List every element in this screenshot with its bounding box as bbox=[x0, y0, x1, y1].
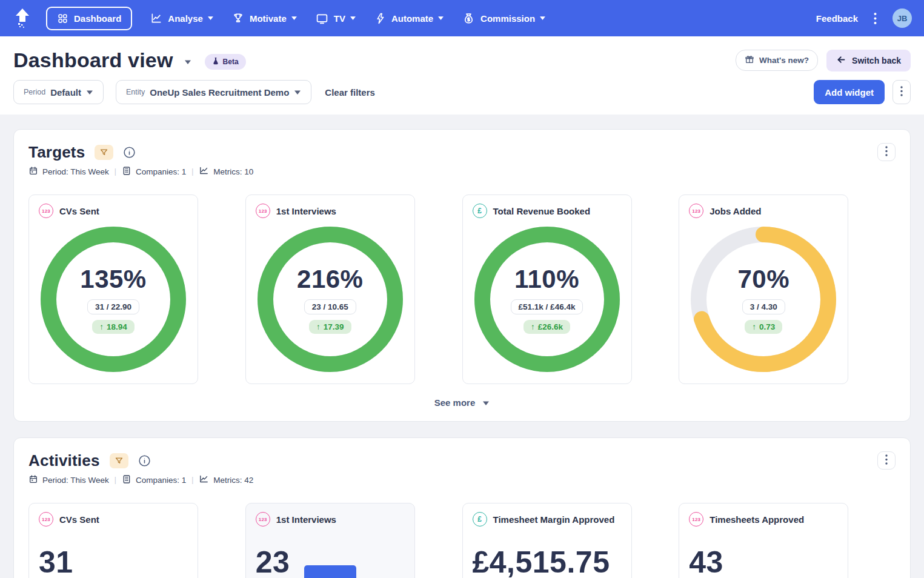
metric-card[interactable]: 123Timesheets Approved43 bbox=[679, 503, 848, 578]
see-more-toggle[interactable]: See more bbox=[28, 397, 896, 413]
trophy-icon bbox=[232, 12, 244, 24]
meta-separator: | bbox=[191, 476, 193, 484]
filter-bar: Period Default Entity OneUp Sales Recrui… bbox=[0, 72, 924, 115]
whats-new-button[interactable]: What's new? bbox=[736, 50, 818, 71]
nav-item-label: Motivate bbox=[250, 13, 287, 24]
metric-card[interactable]: £Timesheet Margin Approved£4,515.75 bbox=[462, 503, 632, 578]
chevron-down-icon bbox=[86, 88, 93, 97]
main-nav: DashboardAnalyseMotivateTVAutomateCommis… bbox=[46, 7, 546, 30]
switch-back-button[interactable]: Switch back bbox=[826, 50, 911, 71]
info-icon[interactable] bbox=[123, 146, 136, 159]
add-widget-button[interactable]: Add widget bbox=[814, 80, 885, 104]
metric-card-title: Jobs Added bbox=[710, 206, 761, 216]
chevron-down-icon bbox=[207, 16, 214, 21]
metric-card[interactable]: 123CVs Sent 135% 31 / 22.90 ↑18.94 bbox=[28, 194, 198, 384]
metric-card-title: 1st Interviews bbox=[276, 206, 336, 216]
nav-item-automate[interactable]: Automate bbox=[374, 13, 444, 24]
metric-card-title: CVs Sent bbox=[59, 206, 99, 216]
targets-cards: 123CVs Sent 135% 31 / 22.90 ↑18.94 1231s… bbox=[28, 194, 896, 384]
section-menu-button[interactable] bbox=[877, 143, 896, 161]
number-metric-icon: 123 bbox=[689, 204, 703, 218]
gauge-percent: 216% bbox=[297, 265, 363, 294]
metric-card[interactable]: 123CVs Sent31 bbox=[28, 503, 198, 578]
chart-bar bbox=[304, 565, 356, 578]
gift-icon bbox=[745, 55, 754, 66]
metric-card[interactable]: £Total Revenue Booked 110% £51.1k / £46.… bbox=[462, 194, 632, 384]
chevron-down-icon bbox=[291, 16, 297, 21]
section-meta: Period: This Week | Companies: 1 | Metri… bbox=[28, 165, 896, 178]
navbar-kebab-icon[interactable] bbox=[874, 12, 877, 25]
dashboard-options-button[interactable] bbox=[892, 80, 911, 104]
see-more-label: See more bbox=[434, 397, 476, 408]
metric-card[interactable]: 1231st Interviews23 bbox=[245, 503, 415, 578]
bolt-icon bbox=[374, 13, 386, 24]
meta-separator: | bbox=[191, 167, 193, 176]
nav-item-label: Commission bbox=[480, 13, 535, 24]
nav-item-dashboard[interactable]: Dashboard bbox=[46, 7, 132, 30]
gauge-delta-badge: ↑£26.6k bbox=[523, 320, 570, 334]
metric-card[interactable]: 1231st Interviews 216% 23 / 10.65 ↑17.39 bbox=[245, 194, 415, 384]
flask-icon bbox=[212, 57, 219, 67]
kebab-icon bbox=[900, 86, 903, 98]
beta-badge: Beta bbox=[205, 54, 246, 70]
calendar-icon bbox=[28, 166, 38, 178]
top-navbar: DashboardAnalyseMotivateTVAutomateCommis… bbox=[0, 0, 924, 36]
metric-value: 31 bbox=[39, 545, 188, 578]
meta-metrics: Metrics: 10 bbox=[213, 167, 253, 176]
up-arrow-icon: ↑ bbox=[752, 322, 756, 331]
number-metric-icon: 123 bbox=[256, 204, 270, 218]
beta-badge-label: Beta bbox=[223, 58, 239, 66]
chart-icon bbox=[199, 474, 209, 486]
dashboard-content: Targets Period: This Week | Companies: 1… bbox=[0, 115, 924, 578]
pound-icon: £ bbox=[473, 204, 487, 218]
nav-item-commission[interactable]: Commission bbox=[462, 12, 546, 25]
metric-card-title: Timesheet Margin Approved bbox=[493, 514, 615, 525]
grid-icon bbox=[57, 13, 68, 24]
user-avatar[interactable]: JB bbox=[892, 8, 912, 28]
section-menu-button[interactable] bbox=[877, 451, 896, 470]
arrow-left-icon bbox=[836, 55, 846, 67]
chevron-down-icon bbox=[350, 16, 356, 21]
title-dropdown-caret-icon[interactable] bbox=[184, 59, 191, 65]
switch-back-label: Switch back bbox=[852, 56, 901, 65]
nav-item-analyse[interactable]: Analyse bbox=[150, 12, 214, 24]
building-icon bbox=[122, 166, 131, 178]
section-title: Activities bbox=[28, 451, 100, 470]
gauge-ratio-badge: £51.1k / £46.4k bbox=[511, 299, 583, 314]
metric-card-title: Total Revenue Booked bbox=[493, 206, 591, 216]
up-arrow-icon: ↑ bbox=[99, 322, 104, 331]
app-logo-icon[interactable] bbox=[12, 8, 33, 28]
activities-section: Activities Period: This Week | Companies… bbox=[13, 437, 911, 578]
whats-new-label: What's new? bbox=[759, 56, 809, 65]
entity-filter-dropdown[interactable]: Entity OneUp Sales Recruitment Demo bbox=[116, 80, 311, 104]
info-icon[interactable] bbox=[138, 454, 151, 467]
period-filter-label: Period bbox=[24, 88, 45, 96]
nav-item-label: Automate bbox=[391, 13, 433, 24]
nav-item-tv[interactable]: TV bbox=[316, 12, 356, 25]
pound-icon: £ bbox=[473, 512, 487, 527]
entity-filter-value: OneUp Sales Recruitment Demo bbox=[150, 87, 289, 98]
gauge-delta-badge: ↑0.73 bbox=[745, 320, 782, 334]
gauge-percent: 70% bbox=[737, 265, 789, 294]
filter-funnel-icon[interactable] bbox=[110, 453, 128, 468]
metric-value: £4,515.75 bbox=[473, 545, 622, 578]
gauge-delta-badge: ↑17.39 bbox=[309, 320, 351, 334]
kebab-icon bbox=[885, 146, 888, 158]
calendar-icon bbox=[28, 474, 38, 486]
period-filter-dropdown[interactable]: Period Default bbox=[13, 80, 104, 104]
clear-filters-link[interactable]: Clear filters bbox=[325, 87, 375, 98]
metric-card[interactable]: 123Jobs Added 70% 3 / 4.30 ↑0.73 bbox=[679, 194, 848, 384]
metric-card-title: 1st Interviews bbox=[276, 514, 336, 525]
metric-card-title: Timesheets Approved bbox=[710, 514, 804, 525]
section-title: Targets bbox=[28, 143, 85, 162]
meta-metrics: Metrics: 42 bbox=[213, 476, 253, 485]
meta-companies: Companies: 1 bbox=[136, 476, 186, 485]
filter-funnel-icon[interactable] bbox=[95, 145, 113, 160]
chevron-down-icon bbox=[437, 16, 444, 21]
period-filter-value: Default bbox=[50, 87, 81, 98]
number-metric-icon: 123 bbox=[256, 512, 270, 527]
meta-separator: | bbox=[115, 476, 116, 484]
chart-icon bbox=[199, 165, 209, 178]
nav-item-motivate[interactable]: Motivate bbox=[232, 12, 297, 24]
feedback-link[interactable]: Feedback bbox=[816, 13, 858, 24]
